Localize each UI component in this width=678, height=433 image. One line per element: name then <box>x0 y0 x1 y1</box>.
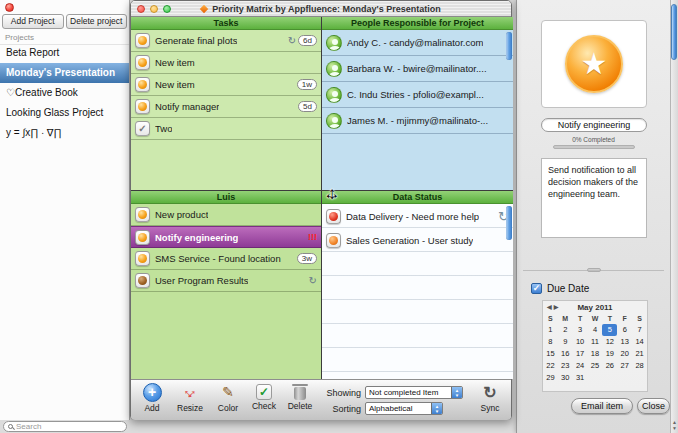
search-input[interactable] <box>16 422 122 431</box>
stepper-icon[interactable]: ▲ ▼ <box>431 403 442 414</box>
stepper-icon[interactable]: ▲ ▼ <box>451 387 462 398</box>
quadrant-tasks-header[interactable]: Tasks <box>131 17 321 30</box>
calendar-day[interactable]: 10 <box>573 336 588 348</box>
task-row[interactable]: SMS Service - Found location 3w <box>131 248 321 270</box>
project-item[interactable]: Looking Glass Project <box>0 103 129 123</box>
prev-month-icon[interactable]: ◀ <box>547 304 554 310</box>
person-row[interactable]: C. Indu Stries - pfolio@exampl... <box>322 82 513 108</box>
sorting-dropdown[interactable]: Alphabetical ▲ ▼ <box>365 402 443 415</box>
close-icon[interactable] <box>137 5 145 13</box>
quadrant-luis-header[interactable]: Luis <box>131 191 321 204</box>
divider-handle-icon[interactable] <box>587 268 601 272</box>
item-notes-field[interactable]: Send notification to all decision makers… <box>541 158 647 238</box>
calendar-day[interactable]: 27 <box>617 360 632 372</box>
calendar-day[interactable]: 13 <box>617 336 632 348</box>
close-button[interactable]: Close <box>637 398 670 414</box>
calendar-day[interactable]: 29 <box>543 372 558 384</box>
calendar-day[interactable]: 3 <box>573 324 588 336</box>
calendar-day[interactable]: 1 <box>543 324 558 336</box>
calendar-day[interactable]: 16 <box>558 348 573 360</box>
calendar-day[interactable]: 8 <box>543 336 558 348</box>
task-status-icon[interactable] <box>135 33 150 48</box>
calendar-day[interactable]: 26 <box>602 360 617 372</box>
search-field[interactable] <box>3 421 127 432</box>
scrollbar-thumb[interactable] <box>671 4 677 60</box>
task-row[interactable]: User Program Results ↻ <box>131 270 321 292</box>
calendar-day[interactable]: 17 <box>573 348 588 360</box>
task-status-icon[interactable] <box>135 77 150 92</box>
task-status-icon[interactable] <box>135 273 150 288</box>
calendar-day[interactable]: 22 <box>543 360 558 372</box>
task-status-icon[interactable] <box>135 230 150 245</box>
task-row[interactable]: Sales Generation - User study <box>322 228 513 252</box>
calendar-day[interactable]: 19 <box>602 348 617 360</box>
task-row[interactable]: Notify manager 5d <box>131 96 321 118</box>
calendar-day[interactable]: 15 <box>543 348 558 360</box>
calendar-day[interactable]: 31 <box>573 372 588 384</box>
project-item[interactable]: Beta Report <box>0 43 129 63</box>
task-status-icon[interactable] <box>135 99 150 114</box>
resize-button[interactable]: ↔ ↔ Resize <box>171 383 209 413</box>
calendar-day[interactable]: 6 <box>617 324 632 336</box>
move-cursor-icon[interactable]: ↔ ↕ <box>321 183 343 205</box>
project-item[interactable]: y = ∫x∏ ∙ ∇∏ <box>0 123 129 143</box>
calendar-day-selected[interactable]: 5 <box>602 324 617 336</box>
minimize-icon[interactable] <box>150 5 158 13</box>
sync-button[interactable]: ↻ Sync <box>471 383 509 413</box>
due-date-checkbox[interactable]: ✓ <box>531 283 542 294</box>
delete-project-button[interactable]: Delete project <box>66 14 128 29</box>
calendar-day[interactable]: 4 <box>588 324 603 336</box>
calendar-day[interactable]: 11 <box>588 336 603 348</box>
calendar-day[interactable]: 18 <box>588 348 603 360</box>
task-status-icon[interactable] <box>326 209 341 224</box>
calendar-day[interactable]: 20 <box>617 348 632 360</box>
task-row[interactable]: New item <box>131 52 321 74</box>
calendar-day[interactable]: 9 <box>558 336 573 348</box>
color-button[interactable]: ✎ Color <box>209 383 247 413</box>
task-status-icon[interactable] <box>135 55 150 70</box>
next-month-icon[interactable]: ▶ <box>554 304 561 310</box>
task-status-icon[interactable] <box>326 233 341 248</box>
add-button[interactable]: + Add <box>133 383 171 413</box>
item-name-field[interactable]: Notify engineering <box>541 118 647 132</box>
people-scrollbar-thumb[interactable] <box>506 32 512 60</box>
person-row[interactable]: Andy C. - candy@malinator.com <box>322 30 513 56</box>
zoom-icon[interactable] <box>163 5 171 13</box>
scroll-down-icon[interactable]: ▼ <box>671 425 678 431</box>
person-row[interactable]: Barbara W. - bwire@mailinator.... <box>322 56 513 82</box>
calendar-day[interactable]: 25 <box>588 360 603 372</box>
add-project-button[interactable]: Add Project <box>2 14 64 29</box>
quadrant-data-status-header[interactable]: Data Status <box>322 191 513 204</box>
calendar-day[interactable]: 24 <box>573 360 588 372</box>
email-item-button[interactable]: Email item <box>571 398 633 414</box>
task-row[interactable]: ✓ Two <box>131 118 321 140</box>
check-button[interactable]: ✓ Check <box>245 383 283 411</box>
task-status-icon[interactable] <box>135 207 150 222</box>
calendar-day[interactable]: 12 <box>602 336 617 348</box>
project-item-selected[interactable]: Monday's Presentation <box>0 63 129 83</box>
scrollbar-arrows[interactable]: ▲ ▼ <box>671 419 678 431</box>
calendar-day[interactable]: 21 <box>632 348 647 360</box>
project-item[interactable]: ♡Creative Book <box>0 83 129 103</box>
delete-button[interactable]: Delete <box>281 383 319 411</box>
calendar-day[interactable]: 28 <box>632 360 647 372</box>
task-row[interactable]: Data Delivery - Need more help ↻ <box>322 204 513 228</box>
calendar-day[interactable]: 23 <box>558 360 573 372</box>
task-row[interactable]: New item 1w <box>131 74 321 96</box>
task-status-icon[interactable]: ✓ <box>135 121 150 136</box>
calendar-day[interactable]: 7 <box>632 324 647 336</box>
task-row-selected[interactable]: Notify engineering !!! <box>131 226 321 248</box>
quadrant-people-header[interactable]: People Responsible for Project <box>322 17 513 30</box>
person-row[interactable]: James M. - mjimmy@mailinato-... <box>322 108 513 134</box>
data-status-scrollbar-thumb[interactable] <box>506 206 512 240</box>
task-status-icon[interactable] <box>135 251 150 266</box>
calendar-day[interactable]: 14 <box>632 336 647 348</box>
vertical-scrollbar[interactable]: ▲ ▼ <box>670 0 678 433</box>
calendar-day[interactable]: 2 <box>558 324 573 336</box>
showing-dropdown[interactable]: Not completed Item ▲ ▼ <box>365 386 463 399</box>
window-close-button[interactable] <box>5 3 14 12</box>
calendar-day[interactable]: 30 <box>558 372 573 384</box>
task-row[interactable]: New product <box>131 204 321 226</box>
task-row[interactable]: Generate final plots ↻ 6d <box>131 30 321 52</box>
titlebar[interactable]: Priority Matrix by Appfluence: Monday's … <box>131 1 511 17</box>
